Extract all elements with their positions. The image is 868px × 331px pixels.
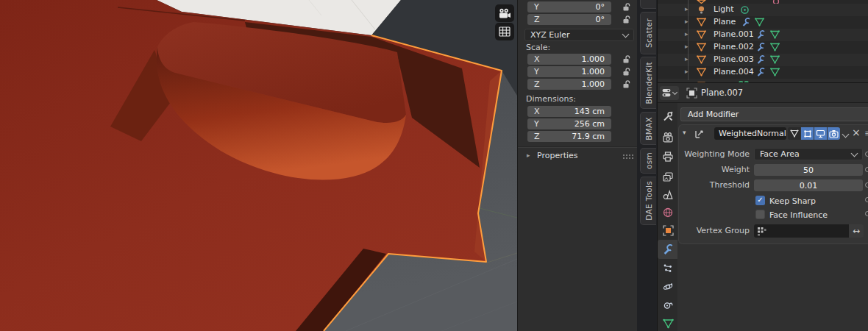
rotation-y-value: 0° (596, 2, 605, 12)
rotation-y-field[interactable]: Y 0° (527, 1, 611, 13)
toggle-on-cage[interactable] (801, 127, 814, 140)
modifier-wrench-icon[interactable] (741, 18, 751, 27)
tab-render[interactable] (658, 129, 678, 146)
animate-decorator-dot[interactable] (865, 197, 868, 202)
animate-decorator-dot[interactable] (865, 211, 868, 216)
mesh-data-icon[interactable] (755, 18, 764, 26)
weight-slider[interactable]: 50 (754, 164, 863, 176)
camera-view-gizmo[interactable] (495, 4, 514, 22)
outliner-row-plane003[interactable]: ▸ Plane.003 (658, 54, 868, 66)
object-name[interactable]: Plane (714, 17, 736, 26)
vertex-group-field[interactable] (754, 224, 849, 238)
threshold-slider[interactable]: 0.01 (754, 179, 863, 191)
dimension-z-value: 71.9 cm (572, 132, 605, 141)
expand-arrow-icon[interactable]: ▸ (685, 43, 689, 50)
outliner-row-plane[interactable]: ▸ Plane (658, 16, 868, 29)
tab-bmax[interactable]: BMAX (640, 112, 656, 145)
mesh-data-icon[interactable] (770, 68, 780, 76)
mesh-data-icon[interactable] (770, 43, 780, 51)
scale-z-value: 1.000 (582, 79, 605, 89)
expand-arrow-icon[interactable]: ▸ (685, 55, 689, 63)
toggle-realtime-display[interactable] (814, 127, 827, 140)
tab-object[interactable] (658, 222, 678, 238)
unlock-icon[interactable] (622, 79, 632, 89)
tab-scene[interactable] (658, 187, 678, 203)
light-data-icon[interactable] (740, 5, 750, 15)
drag-handle-icon[interactable] (622, 154, 633, 160)
mesh-object-icon (697, 18, 706, 26)
physics-icon (663, 282, 673, 292)
scale-z-field[interactable]: Z 1.000 (527, 79, 611, 90)
3d-viewport[interactable] (0, 0, 517, 331)
tab-world[interactable] (658, 204, 678, 221)
tab-dae-tools[interactable]: DAE Tools (640, 177, 656, 225)
face-influence-checkbox[interactable] (755, 210, 765, 219)
expand-arrow-icon[interactable]: ▾ (683, 129, 686, 136)
tab-osm[interactable]: osm (640, 148, 656, 174)
outliner-row-plane004[interactable]: ▸ Plane.004 (658, 66, 868, 79)
toggle-edit-mode-display[interactable] (788, 127, 800, 140)
dimension-x-field[interactable]: X 143 cm (527, 106, 611, 117)
tab-partial[interactable]: C (640, 0, 656, 9)
rotation-mode-dropdown[interactable]: XYZ Euler (524, 29, 634, 41)
scale-y-field[interactable]: Y 1.000 (527, 66, 611, 77)
tab-constraints[interactable] (658, 297, 678, 313)
mesh-data-icon[interactable] (770, 55, 780, 64)
modifier-wrench-icon[interactable] (756, 43, 766, 52)
threshold-value: 0.01 (800, 181, 818, 191)
object-name[interactable]: Plane.004 (714, 67, 754, 76)
add-modifier-label: Add Modifier (688, 110, 739, 119)
keep-sharp-checkbox[interactable]: ✓ (755, 196, 765, 205)
editor-type-selector[interactable] (660, 86, 679, 100)
object-name[interactable]: Light (714, 4, 733, 14)
outliner-row-plane002[interactable]: ▸ Plane.002 (658, 41, 868, 54)
scale-x-field[interactable]: X 1.000 (527, 54, 611, 65)
add-modifier-button[interactable]: Add Modifier (680, 107, 868, 121)
tab-tool[interactable] (658, 108, 678, 124)
close-icon[interactable]: × (852, 127, 861, 138)
unlock-icon[interactable] (622, 67, 632, 76)
object-breadcrumb-icon (686, 88, 697, 99)
tab-blenderkit[interactable]: BlenderKit (640, 57, 656, 109)
rotation-z-field[interactable]: Z 0° (527, 14, 611, 25)
tab-modifiers-active[interactable] (658, 240, 678, 259)
drag-handle-icon[interactable]: ≡ (864, 128, 868, 138)
tab-physics[interactable] (658, 279, 678, 295)
tab-object-data[interactable] (658, 316, 678, 331)
breadcrumb[interactable]: Plane.007 (701, 88, 743, 98)
unlock-icon[interactable] (622, 54, 632, 64)
animate-decorator-dot[interactable] (865, 152, 868, 157)
dimension-z-field[interactable]: Z 71.9 cm (527, 131, 611, 142)
object-name[interactable]: Plane.001 (714, 29, 754, 39)
weighting-mode-dropdown[interactable]: Face Area (754, 148, 863, 160)
expand-arrow-icon[interactable]: ▸ (685, 5, 689, 13)
object-name[interactable]: Plane.002 (714, 42, 754, 51)
dimension-y-field[interactable]: Y 256 cm (527, 118, 611, 129)
tab-view-layer[interactable] (658, 169, 678, 185)
tab-scatter[interactable]: Scatter (640, 12, 656, 54)
tab-particles[interactable] (658, 260, 678, 277)
axis-label: Y (534, 2, 539, 12)
unlock-icon[interactable] (622, 15, 632, 24)
modifier-wrench-icon[interactable] (756, 55, 766, 65)
expand-arrow-icon[interactable]: ▸ (685, 18, 689, 25)
modifier-wrench-icon[interactable] (756, 30, 766, 40)
properties-subpanel-label: Properties (537, 151, 578, 160)
object-name[interactable]: Plane.003 (714, 54, 754, 64)
vertex-group-swap-button[interactable]: ↔ (849, 224, 864, 238)
toggle-render-display[interactable] (828, 127, 840, 140)
unlock-icon[interactable] (622, 2, 632, 12)
tab-output[interactable] (658, 149, 678, 165)
modifier-name-field[interactable]: WeightedNormal (714, 127, 786, 140)
properties-subpanel-header[interactable]: ▸ Properties (518, 149, 638, 165)
outliner-row-light[interactable]: ▸ Light (658, 4, 868, 16)
expand-arrow-icon[interactable]: ▸ (685, 30, 689, 38)
animate-decorator-dot[interactable] (865, 182, 868, 188)
expand-arrow-icon[interactable]: ▸ (685, 68, 689, 75)
mesh-data-icon[interactable] (770, 30, 780, 39)
animate-decorator-dot[interactable] (865, 167, 868, 172)
modifier-wrench-icon[interactable] (756, 68, 766, 77)
modifier-extras-chevron-icon[interactable] (842, 131, 850, 138)
outliner-row-plane001[interactable]: ▸ Plane.001 (658, 29, 868, 41)
grid-view-gizmo[interactable] (495, 23, 514, 40)
